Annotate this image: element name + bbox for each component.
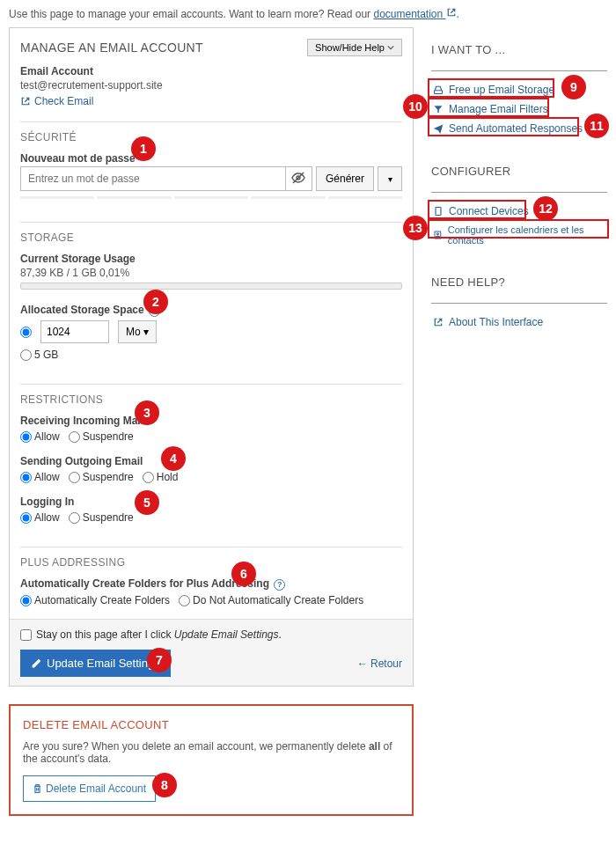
automated-responses-link[interactable]: Send Automated Responses 11: [431, 119, 607, 138]
storage-unit-dropdown[interactable]: Mo ▾: [118, 320, 157, 343]
plus-addressing-label: Automatically Create Folders for Plus Ad…: [20, 577, 402, 591]
eye-off-icon: [291, 172, 305, 184]
outgoing-mail-label: Sending Outgoing Email: [20, 455, 402, 467]
check-email-link[interactable]: Check Email: [20, 95, 93, 107]
intro-text: Use this page to manage your email accou…: [0, 0, 616, 27]
login-suspend-option[interactable]: Suspendre: [69, 511, 134, 524]
help-icon[interactable]: ?: [149, 305, 160, 317]
manage-email-filters-link[interactable]: 10 Manage Email Filters: [431, 99, 607, 119]
current-storage-value: 87,39 KB / 1 GB 0,01%: [20, 267, 402, 279]
toggle-password-visibility-button[interactable]: [285, 167, 312, 190]
update-email-settings-button[interactable]: Update Email Settings 7: [20, 650, 171, 677]
device-icon: [433, 206, 444, 217]
outgoing-hold-option[interactable]: Hold: [143, 471, 179, 483]
allocated-custom-option[interactable]: [20, 327, 32, 338]
incoming-mail-label: Receiving Incoming Mail: [20, 415, 402, 427]
back-link[interactable]: ← Retour: [357, 657, 402, 670]
stay-on-page-label: Stay on this page after I click Update E…: [36, 628, 282, 641]
show-hide-help-button[interactable]: Show/Hide Help: [307, 39, 402, 56]
new-password-label: Nouveau mot de passe: [20, 152, 402, 165]
external-link-icon: [433, 317, 444, 327]
send-icon: [433, 123, 444, 134]
allocated-storage-label: Allocated Storage Space ?: [20, 304, 402, 317]
outgoing-allow-option[interactable]: Allow: [20, 471, 60, 483]
callout-9: 9: [561, 75, 586, 99]
external-link-icon: [446, 7, 457, 18]
password-strength-meter: [20, 196, 402, 199]
incoming-suspend-option[interactable]: Suspendre: [69, 430, 134, 443]
plus-auto-option[interactable]: Automatically Create Folders: [20, 594, 170, 606]
password-input[interactable]: [21, 167, 285, 190]
plus-no-auto-option[interactable]: Do Not Automatically Create Folders: [179, 594, 363, 606]
external-link-icon: [20, 96, 31, 106]
outgoing-suspend-option[interactable]: Suspendre: [69, 471, 134, 483]
about-interface-link[interactable]: About This Interface: [431, 312, 607, 332]
filter-icon: [433, 104, 444, 114]
email-account-label: Email Account: [20, 65, 402, 77]
delete-email-account-button[interactable]: Delete Email Account 8: [23, 775, 156, 802]
generate-password-dropdown-button[interactable]: ▾: [378, 166, 402, 191]
i-want-to-title: I WANT TO ...: [431, 43, 607, 62]
panel-title: MANAGE AN EMAIL ACCOUNT: [20, 40, 203, 55]
pencil-icon: [31, 657, 42, 669]
contacts-icon: [433, 230, 443, 240]
svg-point-4: [436, 233, 438, 235]
configure-calendars-contacts-link[interactable]: 13 Configurer les calendriers et les con…: [431, 221, 607, 249]
storage-progress-bar: [20, 283, 402, 290]
generate-password-button[interactable]: Générer: [316, 166, 374, 191]
callout-8: 8: [152, 773, 177, 797]
need-help-title: NEED HELP?: [431, 275, 607, 294]
incoming-allow-option[interactable]: Allow: [20, 430, 60, 443]
svg-rect-1: [435, 91, 443, 94]
help-icon[interactable]: ?: [274, 579, 285, 591]
logging-in-label: Logging In: [20, 496, 402, 508]
delete-section-title: DELETE EMAIL ACCOUNT: [23, 718, 400, 731]
callout-12: 12: [533, 196, 558, 221]
connect-devices-link[interactable]: Connect Devices 12: [431, 202, 607, 221]
hdd-icon: [433, 84, 444, 95]
chevron-down-icon: [387, 44, 394, 51]
free-up-storage-link[interactable]: Free up Email Storage 9: [431, 80, 607, 99]
configurer-title: CONFIGURER: [431, 165, 607, 183]
login-allow-option[interactable]: Allow: [20, 511, 60, 524]
storage-section-title: STORAGE: [20, 231, 402, 244]
security-section-title: SÉCURITÉ: [20, 131, 402, 143]
plus-addressing-title: PLUS ADDRESSING: [20, 556, 402, 569]
trash-icon: [33, 783, 42, 794]
allocated-fixed-option[interactable]: 5 GB: [20, 349, 58, 361]
restrictions-section-title: RESTRICTIONS: [20, 393, 402, 406]
email-account-value: test@recrutement-support.site: [20, 79, 402, 92]
allocated-storage-input[interactable]: [40, 320, 109, 343]
documentation-link[interactable]: documentation: [373, 8, 456, 20]
delete-warning-text: Are you sure? When you delete an email a…: [23, 740, 400, 765]
stay-on-page-checkbox[interactable]: [20, 629, 32, 641]
current-storage-label: Current Storage Usage: [20, 253, 402, 265]
